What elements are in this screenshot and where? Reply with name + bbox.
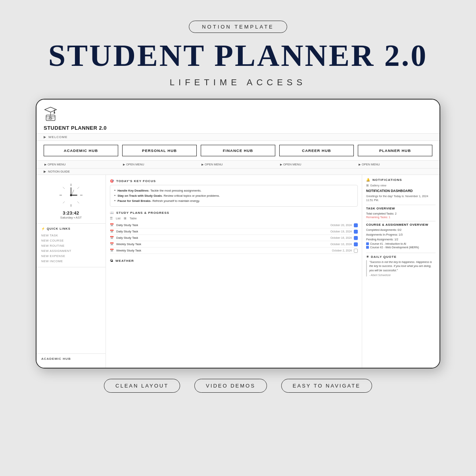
view-toggle: ☰ List ⊞ Table	[110, 217, 358, 220]
header-title: STUDENT PLANNER 2.0	[44, 125, 432, 131]
open-menu-1[interactable]: ▶ OPEN MENU	[44, 161, 118, 167]
pending-assignments: Pending Assignments: 1/2	[366, 237, 436, 242]
lightning-icon: ⚡	[41, 227, 45, 230]
daily-quote-section: ☀ DAILY QUOTE "Success is not the key to…	[366, 253, 436, 277]
course-overview-section: COURSE & ASSIGNMENT OVERVIEW Completed A…	[366, 221, 436, 249]
svg-point-19	[70, 194, 72, 196]
calendar-icon-3: 📅	[110, 236, 115, 240]
list-view-label[interactable]: List	[116, 217, 121, 220]
table-row: 📅 Weekly Study Task October 2, 2024	[110, 248, 358, 254]
table-row: 📅 Weekly Study Task October 10, 2024	[110, 241, 358, 248]
open-menu-4[interactable]: ▶ OPEN MENU	[279, 161, 354, 167]
task-date-1: October 20, 2024	[330, 224, 352, 226]
new-income-link[interactable]: NEW INCOME	[41, 259, 101, 264]
quote-text: "Success is not the key to happiness. Ha…	[369, 260, 436, 273]
academic-hub-button[interactable]: ACADEMIC HUB	[44, 145, 118, 156]
new-routine-link[interactable]: NEW ROUTINE	[41, 243, 101, 248]
clean-layout-badge: CLEAN LAYOUT	[104, 379, 180, 393]
task-name-1: Daily Study Task	[115, 223, 330, 227]
video-demos-badge: VIDEO DEMOS	[194, 379, 267, 393]
remaining-tasks: Remaining Tasks: 1	[366, 216, 436, 219]
welcome-label: WELCOME	[48, 135, 67, 139]
notion-guide-bar: ▶ NOTION GUIDE	[36, 169, 440, 175]
notifications-header: 🔔 NOTIFICATIONS	[366, 178, 436, 182]
weather-section: 🌤 WEATHER	[110, 258, 358, 265]
bell-icon: 🔔	[366, 178, 370, 182]
table-view-label[interactable]: Table	[130, 217, 137, 220]
new-course-link[interactable]: NEW COURSE	[41, 238, 101, 243]
svg-line-15	[77, 202, 79, 203]
planner-hub-button[interactable]: PLANNER HUB	[358, 145, 432, 156]
career-hub-button[interactable]: CAREER HUB	[279, 145, 354, 156]
focus-item-2: Stay on Track with Study Goals- Review c…	[114, 193, 353, 198]
open-menu-label-3: OPEN MENU	[205, 163, 223, 166]
finance-hub-button[interactable]: FINANCE HUB	[201, 145, 275, 156]
welcome-bar: ▶ WELCOME	[36, 134, 440, 141]
open-menu-5[interactable]: ▶ OPEN MENU	[358, 161, 432, 167]
analog-clock-icon	[57, 181, 85, 209]
new-task-link[interactable]: NEW TASK	[41, 233, 101, 238]
course-item-2: Course #2 - Web Development (MERN)	[366, 246, 436, 249]
course-dot-2	[366, 246, 369, 249]
open-menu-arrow-icon-4: ▶	[280, 163, 282, 166]
cloud-icon: 🌤	[110, 259, 113, 263]
open-menu-3[interactable]: ▶ OPEN MENU	[201, 161, 275, 167]
easy-navigate-badge: EASY TO NAVIGATE	[281, 379, 372, 393]
svg-rect-0	[46, 115, 55, 121]
task-name-4: Weekly Study Task	[115, 242, 330, 246]
completed-assignments: Completed Assignments: 0/2	[366, 228, 436, 232]
notion-header: STUDENT PLANNER 2.0	[36, 100, 440, 134]
open-menu-label-4: OPEN MENU	[283, 163, 301, 166]
task-name-5: Weekly Study Task	[115, 249, 332, 252]
left-sidebar: 3:23:42 Saturday • AST ⚡ QUICK LINKS NEW…	[36, 175, 106, 368]
calendar-icon-5: 📅	[110, 249, 115, 252]
task-date-2: October 19, 2024	[330, 230, 352, 233]
task-check-1[interactable]	[354, 223, 358, 227]
svg-marker-4	[45, 107, 57, 112]
list-view-icon: ☰	[110, 217, 113, 220]
task-check-3[interactable]	[354, 236, 358, 240]
open-menu-2[interactable]: ▶ OPEN MENU	[122, 161, 197, 167]
sidebar-bottom-label: ACADEMIC HUB	[36, 353, 106, 364]
notion-guide-arrow-icon: ▶	[44, 170, 46, 173]
center-content: 🎯 TODAY'S KEY FOCUS Handle Key Deadlines…	[106, 175, 362, 368]
study-plans-section: 📖 STUDY PLANS & PROGRESS ☰ List ⊞ Table …	[110, 210, 358, 254]
task-date-3: October 16, 2024	[330, 236, 352, 239]
task-check-5[interactable]	[354, 249, 358, 253]
main-title: STUDENT PLANNER 2.0	[48, 40, 428, 71]
task-check-4[interactable]	[354, 242, 358, 246]
gallery-view-label[interactable]: ⊞ Gallery view	[366, 184, 436, 187]
bottom-badges: CLEAN LAYOUT VIDEO DEMOS EASY TO NAVIGAT…	[104, 379, 372, 393]
open-menu-arrow-icon-2: ▶	[123, 163, 125, 166]
sun-icon: ☀	[366, 255, 369, 259]
task-date-5: October 2, 2024	[332, 249, 352, 252]
clock-area: 3:23:42 Saturday • AST	[36, 179, 106, 224]
open-menu-row: ▶ OPEN MENU ▶ OPEN MENU ▶ OPEN MENU ▶ OP…	[36, 161, 440, 169]
calendar-icon-1: 📅	[110, 223, 115, 227]
new-expense-link[interactable]: NEW EXPENSE	[41, 253, 101, 259]
notification-greeting: Greetings for the day! Today is: Novembe…	[366, 194, 436, 202]
quote-box: "Success is not the key to happiness. Ha…	[366, 260, 436, 277]
grid-icon: ⊞	[366, 184, 369, 187]
notion-guide-label: NOTION GUIDE	[48, 170, 70, 173]
new-assignment-link[interactable]: NEW ASSIGNMENT	[41, 248, 101, 253]
task-overview-title: TASK OVERVIEW	[366, 205, 436, 210]
calendar-icon-2: 📅	[110, 230, 115, 233]
table-icon: ⊞	[124, 217, 127, 220]
quick-links: ⚡ QUICK LINKS NEW TASK NEW COURSE NEW RO…	[36, 224, 106, 267]
target-icon: 🎯	[110, 179, 114, 183]
device-frame: STUDENT PLANNER 2.0 ▶ WELCOME ACADEMIC H…	[36, 99, 440, 369]
notification-dashboard-title: NOTIFICATION DASHBOARD	[366, 189, 436, 193]
personal-hub-button[interactable]: PERSONAL HUB	[122, 145, 197, 156]
right-panel: 🔔 NOTIFICATIONS ⊞ Gallery view NOTIFICAT…	[362, 175, 440, 368]
task-name-2: Daily Study Task	[115, 230, 330, 233]
course-overview-title: COURSE & ASSIGNMENT OVERVIEW	[366, 221, 436, 226]
total-completed-tasks: Total completed Tasks: 2	[366, 211, 436, 216]
focus-item-1: Handle Key Deadlines- Tackle the most pr…	[114, 188, 353, 193]
task-check-2[interactable]	[354, 230, 358, 234]
clock-day: Saturday • AST	[60, 216, 82, 219]
open-menu-arrow-icon-3: ▶	[202, 163, 203, 166]
open-menu-label-2: OPEN MENU	[126, 163, 144, 166]
focus-item-3: Pause for Small Breaks- Refresh yourself…	[114, 198, 353, 203]
graduation-cap-icon	[44, 105, 63, 123]
